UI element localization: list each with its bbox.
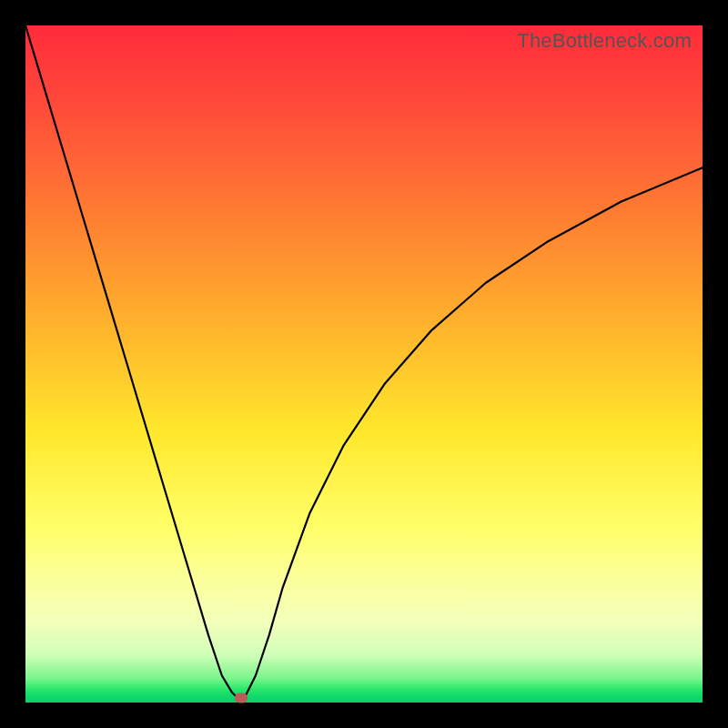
chart-frame: TheBottleneck.com bbox=[0, 0, 728, 728]
optimal-point-marker bbox=[235, 693, 248, 703]
bottleneck-curve bbox=[25, 25, 703, 703]
plot-area: TheBottleneck.com bbox=[25, 25, 703, 703]
watermark-text: TheBottleneck.com bbox=[517, 29, 692, 53]
